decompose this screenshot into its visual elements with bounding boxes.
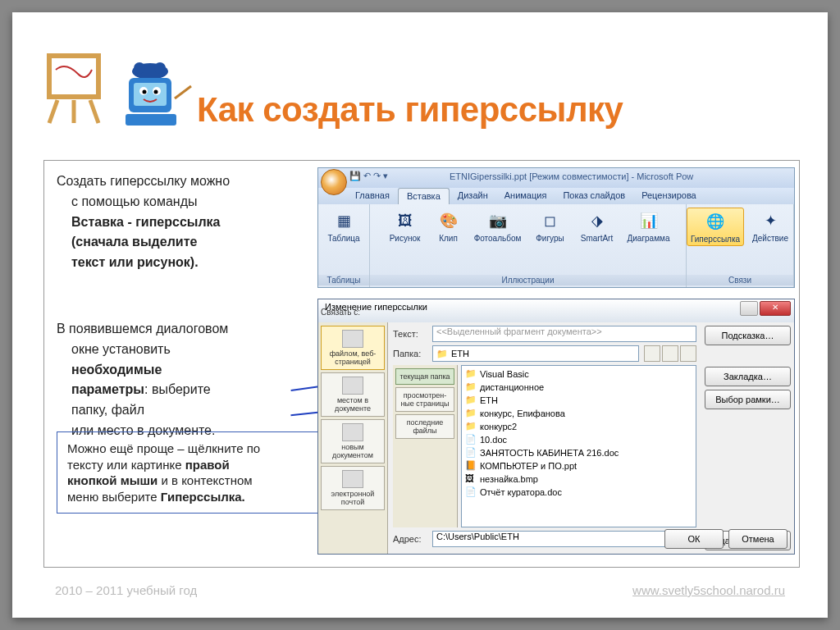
office-button[interactable] [321,169,347,195]
recent-files-tab[interactable]: последние файлы [395,414,454,439]
powerpoint-ribbon: 💾 ↶ ↷ ▾ ETNIGiperssilki.ppt [Режим совме… [317,167,795,288]
svg-point-6 [154,62,166,74]
file-type-icon: 📁 [465,381,477,393]
file-item[interactable]: 📁конкурс2 [463,420,694,433]
file-item[interactable]: 📄Отчёт куратора.doc [463,486,694,499]
file-item[interactable]: 🖼незнайка.bmp [463,472,694,486]
text-label: Текст: [393,329,427,339]
linkto-place-in-doc[interactable]: местом в документе [321,372,385,417]
p1-l2: с помощью команды [57,194,294,211]
browse-file-button[interactable] [680,345,696,362]
tab-animation[interactable]: Анимация [496,188,555,204]
p2-l3: необходимые [57,362,294,379]
target-frame-button[interactable]: Выбор рамки… [705,390,791,409]
svg-point-12 [154,90,158,94]
file-type-icon: 📄 [465,486,477,498]
p1-l3: Вставка - гиперссылка [57,214,294,231]
btn-smartart[interactable]: ⬗SmartArt [574,208,620,244]
table-icon: ▦ [332,209,355,232]
screentip-button[interactable]: Подсказка… [705,326,791,345]
file-type-icon: 📁 [465,408,477,419]
file-type-icon: 🖼 [465,473,477,485]
btn-table[interactable]: ▦Таблица [321,208,367,244]
file-list[interactable]: 📁Visual Basic📁дистанционное📁ETH📁конкурс,… [461,365,696,527]
display-text-field[interactable]: <<Выделенный фрагмент документа>> [432,326,696,342]
close-button[interactable]: ✕ [760,301,791,316]
edit-hyperlink-dialog: Изменение гиперссылки ✕ Связать с: файло… [317,299,795,555]
ribbon-tabs: Главная Вставка Дизайн Анимация Показ сл… [318,188,794,204]
linkto-new-doc[interactable]: новым документом [321,419,385,463]
file-item[interactable]: 📁Visual Basic [463,368,694,381]
file-type-icon: 📁 [465,421,477,432]
svg-line-14 [175,86,191,98]
btn-shapes[interactable]: ◻Фигуры [530,208,571,244]
file-item[interactable]: 📁ETH [463,394,694,407]
file-type-icon: 📁 [465,395,477,406]
content-box: Создать гиперссылку можно с помощью кома… [43,160,800,568]
footer-year: 2010 – 2011 учебный год [55,583,197,597]
album-icon: 📷 [486,209,509,232]
p2-l1: В появившемся диалоговом [57,321,294,338]
file-item[interactable]: 📁конкурс, Епифанова [463,407,694,420]
svg-line-1 [49,100,57,123]
bookmark-button[interactable]: Закладка… [705,367,791,386]
footer-url[interactable]: www.svetly5school.narod.ru [632,583,785,597]
chart-icon: 📊 [637,209,660,232]
cancel-button[interactable]: Отмена [728,529,788,549]
svg-rect-0 [49,56,98,97]
up-button[interactable] [644,345,660,362]
linkto-file-web[interactable]: файлом, веб-страницей [321,326,385,370]
action-icon: ✦ [759,209,782,232]
clip-icon: 🎨 [437,209,460,232]
linkto-label: Связать с: [321,308,360,317]
p1-l1: Создать гиперссылку можно [57,173,294,190]
tip-box: Можно ещё проще – щёлкните по тексту или… [57,431,320,514]
p2-l4: параметры: выберите [57,381,294,399]
left-text-column: Создать гиперссылку можно с помощью кома… [57,173,294,443]
dialog-titlebar: Изменение гиперссылки ✕ [318,299,794,322]
slide-clipart [41,41,189,131]
btn-clip[interactable]: 🎨Клип [431,208,466,244]
tab-review[interactable]: Рецензирова [633,188,705,204]
tab-slideshow[interactable]: Показ слайдов [555,188,633,204]
current-folder-tab[interactable]: текущая папка [395,368,454,385]
ok-button[interactable]: ОК [664,529,724,549]
help-button[interactable] [740,301,758,316]
svg-rect-13 [126,114,176,126]
p1-l4: (сначала выделите [57,234,294,251]
file-item[interactable]: 📄ЗАНЯТОСТЬ КАБИНЕТА 216.doc [463,446,694,459]
file-type-icon: 📁 [465,368,477,380]
btn-hyperlink[interactable]: 🌐Гиперссылка [687,208,744,246]
globe-file-icon [342,330,363,348]
file-item[interactable]: 📄10.doc [463,433,694,446]
file-type-icon: 📙 [465,460,477,472]
btn-album[interactable]: 📷Фотоальбом [469,208,527,244]
tab-design[interactable]: Дизайн [450,188,496,204]
btn-picture[interactable]: 🖼Рисунок [382,208,428,244]
address-field[interactable]: C:\Users\Public\ETH [432,531,696,547]
btn-action[interactable]: ✦Действие [747,208,793,246]
picture-icon: 🖼 [394,209,417,232]
file-item[interactable]: 📙КОМПЬЮТЕР и ПО.ppt [463,459,694,472]
btn-chart[interactable]: 📊Диаграмма [623,208,674,244]
address-label: Адрес: [393,534,427,544]
window-title: ETNIGiperssilki.ppt [Режим совместимости… [450,171,693,181]
group-links-label: Связи [687,275,793,285]
file-type-icon: 📄 [465,434,477,445]
folder-combo[interactable]: 📁ETH [432,345,639,362]
smartart-icon: ⬗ [586,209,609,232]
slide-title: Как создать гиперссылку [197,90,623,130]
browse-web-button[interactable] [662,345,678,362]
browsed-pages-tab[interactable]: просмотрен-ные страницы [395,387,454,412]
tab-insert[interactable]: Вставка [398,188,450,204]
file-item[interactable]: 📁дистанционное [463,381,694,394]
email-icon [342,470,363,488]
tab-home[interactable]: Главная [347,188,398,204]
shapes-icon: ◻ [539,209,562,232]
p1-l5: текст или рисунок). [57,254,294,272]
p2-l2: окне установить [57,341,294,358]
quick-access-toolbar[interactable]: 💾 ↶ ↷ ▾ [349,171,388,181]
linkto-email[interactable]: электронной почтой [321,466,385,510]
folder-label: Папка: [393,349,427,358]
group-illus-label: Иллюстрации [370,275,686,285]
